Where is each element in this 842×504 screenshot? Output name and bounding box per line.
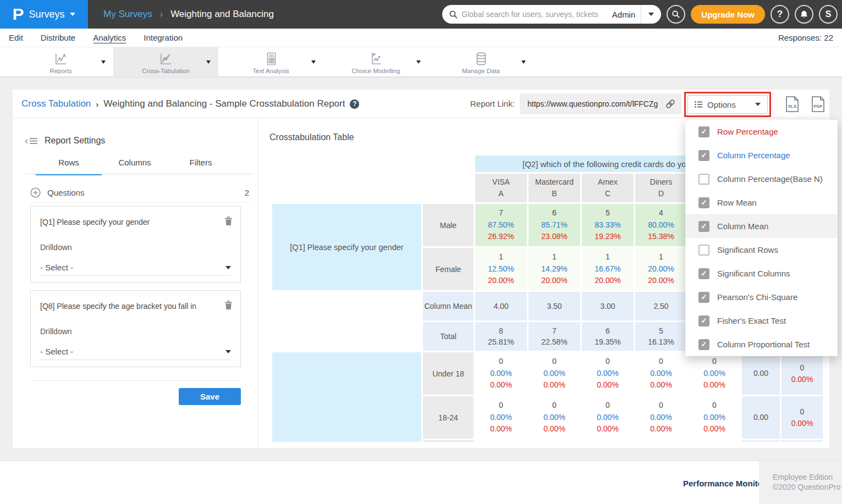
export-xls-button[interactable]: XLS xyxy=(785,96,799,114)
crosstab-col-header: DinersD xyxy=(635,174,687,202)
trash-icon xyxy=(224,300,233,310)
report-url-box[interactable]: https://www.questionpro.com/t/lFFCZg xyxy=(520,93,681,114)
report-breadcrumb: Cross Tabulation › Weighting and Balanci… xyxy=(21,90,359,118)
tool-choice-modelling[interactable]: Choice Modelling xyxy=(323,47,428,77)
crosstab-cell: 00.00%0.00% xyxy=(635,396,687,439)
menu-item-label: Significant Rows xyxy=(717,245,778,254)
chevron-down-icon[interactable] xyxy=(521,60,526,64)
table-row: Under 1800.00%0.00%00.00%0.00%00.00%0.00… xyxy=(272,352,823,395)
question-card: [Q1] Please specify your gender Drilldow… xyxy=(30,206,241,283)
list-icon xyxy=(695,101,703,108)
chevron-left-icon: ‹ xyxy=(25,136,28,146)
checked-checkbox-icon xyxy=(698,150,709,161)
product-switcher[interactable]: P Surveys xyxy=(0,0,88,29)
unchecked-checkbox-icon xyxy=(698,245,709,256)
link-icon[interactable] xyxy=(665,98,676,109)
crosstab-row-label: 18-24 xyxy=(423,396,474,439)
global-search: Admin xyxy=(442,5,661,24)
drilldown-select[interactable]: - Select - xyxy=(40,344,231,360)
crosstab-cell: 685.71%23.08% xyxy=(529,204,580,246)
crosstab-cell xyxy=(529,440,580,442)
crosstab-cell: 00.00%0.00% xyxy=(689,352,740,395)
performance-monitor-link[interactable]: Performance Monitor xyxy=(683,479,766,488)
menu-item-significant-rows[interactable]: Significant Rows xyxy=(685,238,838,262)
avatar[interactable]: S xyxy=(819,5,838,24)
crosstab-cell: 112.50%20.00% xyxy=(475,248,527,290)
collapse-panel-button[interactable]: ‹ xyxy=(25,136,38,146)
chevron-down-icon[interactable] xyxy=(206,60,211,64)
chevron-down-icon[interactable] xyxy=(416,60,421,64)
help-button[interactable]: ? xyxy=(771,5,789,24)
questions-count: 2 xyxy=(245,188,251,197)
save-button[interactable]: Save xyxy=(179,388,241,405)
menu-item-column-percentage-base-n[interactable]: Column Percentage(Base N) xyxy=(685,167,838,191)
question-text: [Q8] Please specify the age bracket you … xyxy=(40,302,196,311)
tab-rows[interactable]: Rows xyxy=(36,158,102,175)
export-pdf-button[interactable]: PDF xyxy=(811,96,825,114)
chevron-down-icon[interactable] xyxy=(101,60,106,64)
delete-question-button[interactable] xyxy=(224,216,233,228)
menu-item-column-mean[interactable]: Column Mean xyxy=(685,214,838,238)
tool-reports[interactable]: Reports xyxy=(8,47,113,77)
chevron-down-icon[interactable] xyxy=(311,60,316,64)
search-input[interactable] xyxy=(458,10,606,19)
search-scope[interactable]: Admin xyxy=(607,10,641,19)
menu-item-fisher-s-exact-test[interactable]: Fisher's Exact Test xyxy=(685,309,838,333)
crosstab-cell: 2.50 xyxy=(635,292,687,320)
report-url[interactable]: https://www.questionpro.com/t/lFFCZg xyxy=(527,99,665,108)
breadcrumb-my-surveys[interactable]: My Surveys xyxy=(103,9,152,20)
breadcrumb-separator: › xyxy=(96,99,98,109)
nav-item-integration[interactable]: Integration xyxy=(144,33,183,42)
crosstab-cell: 619.35% xyxy=(582,322,634,351)
menu-item-row-mean[interactable]: Row Mean xyxy=(685,191,838,214)
nav-item-analytics[interactable]: Analytics xyxy=(93,33,126,42)
menu-item-column-proportional-test[interactable]: Column Proportional Test xyxy=(685,333,838,356)
crosstab-chart-icon xyxy=(159,51,173,66)
crosstab-cell: 00.00% xyxy=(782,352,823,395)
nav-items: EditDistributeAnalyticsIntegration xyxy=(9,33,183,42)
choice-modelling-icon xyxy=(369,51,383,66)
menu-item-column-percentage[interactable]: Column Percentage xyxy=(685,143,838,167)
menu-item-label: Column Mean xyxy=(717,221,768,231)
notifications-button[interactable] xyxy=(795,5,813,24)
crosstab-cell: 583.33%19.23% xyxy=(582,204,634,246)
tool-text-analysis[interactable]: Text Analysis xyxy=(218,47,323,77)
tool-manage-data[interactable]: Manage Data xyxy=(428,47,533,77)
crosstab-cell: 00.00%0.00% xyxy=(529,352,580,395)
drilldown-label: Drilldown xyxy=(40,327,72,336)
nav-item-distribute[interactable]: Distribute xyxy=(41,33,75,42)
cross-tabulation-link[interactable]: Cross Tabulation xyxy=(21,98,91,109)
copyright-text: ©2020 QuestionPro xyxy=(773,483,842,492)
drilldown-select[interactable]: - Select - xyxy=(40,259,231,276)
plus-circle-icon[interactable] xyxy=(30,187,41,198)
crosstab-cell: 516.13% xyxy=(635,322,687,351)
options-menu: Row PercentageColumn PercentageColumn Pe… xyxy=(685,120,838,356)
crosstab-cell xyxy=(272,174,474,202)
scope-caret-button[interactable] xyxy=(641,5,661,24)
menu-item-pearson-s-chi-square[interactable]: Pearson's Chi-Square xyxy=(685,285,838,309)
crosstab-cell: 3.00 xyxy=(582,292,634,320)
crosstab-cell: 825.81% xyxy=(475,322,527,351)
options-button[interactable]: Options xyxy=(687,95,768,114)
menu-item-label: Pearson's Chi-Square xyxy=(717,292,797,302)
tab-filters[interactable]: Filters xyxy=(168,158,234,175)
checked-checkbox-icon xyxy=(698,292,709,303)
checked-checkbox-icon xyxy=(698,315,709,326)
upgrade-now-button[interactable]: Upgrade Now xyxy=(691,5,765,24)
product-name: Surveys xyxy=(29,9,64,20)
nav-item-edit[interactable]: Edit xyxy=(9,33,23,42)
menu-item-label: Column Percentage xyxy=(717,151,790,160)
report-help-icon[interactable]: ? xyxy=(350,99,359,109)
crosstab-cell: 00.00%0.00% xyxy=(475,396,527,439)
line-chart-icon xyxy=(54,51,68,66)
menu-item-label: Row Percentage xyxy=(717,127,778,136)
search-button[interactable] xyxy=(667,5,685,24)
menu-item-row-percentage[interactable]: Row Percentage xyxy=(685,120,838,143)
tool-cross-tabulation[interactable]: Cross-Tabulation xyxy=(113,47,218,77)
tab-columns[interactable]: Columns xyxy=(102,158,168,175)
checked-checkbox-icon xyxy=(698,339,709,350)
breadcrumb: My Surveys › Weighting and Balancing xyxy=(103,9,274,20)
delete-question-button[interactable] xyxy=(224,300,233,312)
crosstab-cell xyxy=(582,440,634,442)
menu-item-significant-columns[interactable]: Significant Columns xyxy=(685,262,838,285)
